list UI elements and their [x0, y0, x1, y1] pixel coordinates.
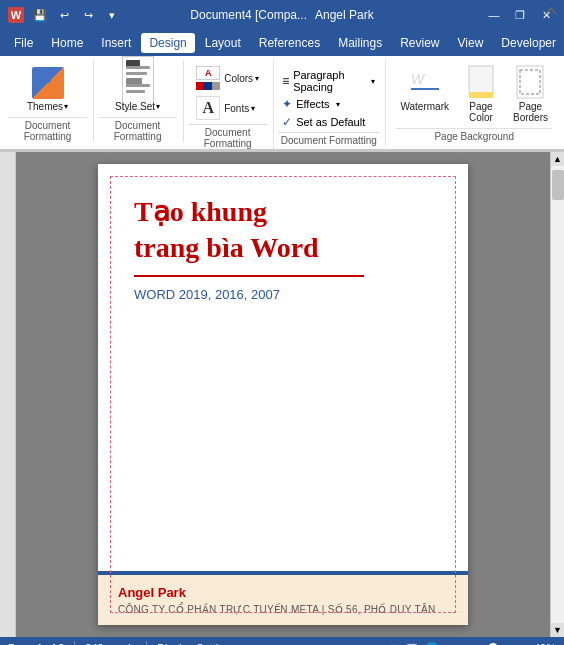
fonts-button[interactable]: A Fonts ▾ — [192, 94, 262, 122]
page-borders-label: Page — [519, 101, 542, 112]
menu-bar: File Home Insert Design Layout Reference… — [0, 30, 564, 56]
document-page: Tạo khung trang bìa Word WORD 2019, 2016… — [98, 164, 468, 625]
page-color-button[interactable]: Page Color — [461, 64, 501, 126]
fonts-dropdown-icon: ▾ — [251, 104, 255, 113]
undo-button[interactable]: ↩ — [54, 6, 74, 24]
menu-file[interactable]: File — [6, 33, 41, 53]
page-borders-icon — [514, 67, 546, 99]
watermark-label: Watermark — [400, 101, 449, 112]
quick-access-toolbar: 💾 ↩ ↪ ▾ — [30, 6, 122, 24]
fonts-label: Fonts — [224, 103, 249, 114]
status-left: Page 1 of 3 249 words Display Settings — [8, 641, 236, 645]
doc-formatting-label2: Document Formatting — [98, 117, 177, 142]
document-title: Tạo khung trang bìa Word — [134, 194, 432, 267]
themes-group: Themes ▾ Document Formatting — [6, 60, 94, 142]
doc-formatting-label3: Document Formatting — [188, 124, 267, 149]
menu-references[interactable]: References — [251, 33, 328, 53]
colors-label: Colors — [224, 73, 253, 84]
minimize-button[interactable]: — — [484, 6, 504, 24]
checkmark-icon: ✓ — [282, 115, 292, 129]
paragraph-spacing-icon: ≡ — [282, 74, 289, 88]
ribbon-collapse-button[interactable] — [544, 4, 558, 21]
layout-web-icon[interactable]: 🌐 — [425, 642, 439, 646]
save-button[interactable]: 💾 — [30, 6, 50, 24]
main-area: Tạo khung trang bìa Word WORD 2019, 2016… — [0, 152, 564, 637]
quick-access-more-button[interactable]: ▾ — [102, 6, 122, 24]
status-right: ⊞ 📖 🌐 — + 49% — [390, 642, 556, 646]
menu-view[interactable]: View — [450, 33, 492, 53]
footer-name: Angel Park — [118, 585, 448, 600]
style-set-dropdown-icon: ▾ — [156, 102, 160, 111]
status-divider2 — [146, 641, 147, 645]
style-set-button[interactable]: Style Set ▾ — [110, 64, 166, 115]
page-background-group: W Watermark — [388, 60, 558, 142]
document-footer: Angel Park CÔNG TY CỔ PHẦN TRỰC TUYẾN ME… — [98, 571, 468, 625]
document-area: Tạo khung trang bìa Word WORD 2019, 2016… — [0, 152, 564, 637]
effects-dropdown-icon: ▾ — [336, 100, 340, 109]
themes-icon — [32, 67, 64, 99]
layout-read-icon[interactable]: 📖 — [405, 642, 419, 646]
menu-developer[interactable]: Developer — [493, 33, 564, 53]
scroll-up-button[interactable]: ▲ — [551, 152, 565, 166]
document-subtitle: WORD 2019, 2016, 2007 — [134, 287, 432, 302]
menu-review[interactable]: Review — [392, 33, 447, 53]
svg-rect-3 — [469, 92, 493, 98]
colors-dropdown-icon: ▾ — [255, 74, 259, 83]
set-as-default-button[interactable]: ✓ Set as Default — [278, 114, 379, 130]
svg-rect-5 — [520, 70, 540, 94]
paragraph-spacing-dropdown-icon: ▾ — [371, 77, 375, 86]
colors-fonts-group: A Colors ▾ A — [186, 60, 274, 149]
themes-button[interactable]: Themes ▾ — [23, 64, 72, 115]
scroll-area[interactable]: Tạo khung trang bìa Word WORD 2019, 2016… — [16, 152, 550, 637]
redo-button[interactable]: ↪ — [78, 6, 98, 24]
status-divider1 — [74, 641, 75, 645]
maximize-button[interactable]: ❐ — [510, 6, 530, 24]
effects-button[interactable]: ✦ Effects ▾ — [278, 96, 379, 112]
scroll-track[interactable] — [551, 166, 565, 623]
page-color-label: Page — [469, 101, 492, 112]
scroll-thumb[interactable] — [552, 170, 564, 200]
svg-rect-1 — [411, 88, 439, 90]
scroll-down-button[interactable]: ▼ — [551, 623, 565, 637]
user-name: Angel Park — [315, 8, 374, 22]
paragraph-spacing-label: Paragraph Spacing — [293, 69, 365, 93]
svg-rect-4 — [517, 66, 543, 98]
menu-home[interactable]: Home — [43, 33, 91, 53]
menu-insert[interactable]: Insert — [93, 33, 139, 53]
style-set-icon — [122, 67, 154, 99]
set-as-default-label: Set as Default — [296, 116, 365, 128]
themes-dropdown-icon: ▾ — [64, 102, 68, 111]
page-spacer — [134, 322, 432, 571]
ribbon-content: Themes ▾ Document Formatting — [0, 56, 564, 150]
layout-normal-icon[interactable]: ⊞ — [390, 642, 399, 646]
menu-mailings[interactable]: Mailings — [330, 33, 390, 53]
status-bar: Page 1 of 3 249 words Display Settings ⊞… — [0, 637, 564, 645]
themes-label: Themes — [27, 101, 63, 112]
title-line2: trang bìa Word — [134, 230, 432, 266]
doc-formatting-label4: Document Formatting — [278, 132, 379, 146]
title-underline — [134, 275, 364, 277]
vertical-scrollbar[interactable]: ▲ ▼ — [550, 152, 564, 637]
paragraph-spacing-button[interactable]: ≡ Paragraph Spacing ▾ — [278, 68, 379, 94]
page-borders-button[interactable]: Page Borders — [509, 64, 552, 126]
page-borders-label2: Borders — [513, 112, 548, 123]
menu-layout[interactable]: Layout — [197, 33, 249, 53]
page-color-icon — [465, 67, 497, 99]
svg-text:W: W — [411, 71, 426, 87]
watermark-button[interactable]: W Watermark — [396, 64, 453, 115]
effects-group: ≡ Paragraph Spacing ▾ ✦ Effects ▾ ✓ Set … — [276, 60, 386, 146]
menu-design[interactable]: Design — [141, 33, 194, 53]
effects-label: Effects — [296, 98, 329, 110]
title-bar: W 💾 ↩ ↪ ▾ Document4 [Compa... Angel Park… — [0, 0, 564, 30]
colors-button[interactable]: A Colors ▾ — [192, 64, 263, 92]
footer-company: CÔNG TY CỔ PHẦN TRỰC TUYẾN META | SỐ 56,… — [118, 604, 448, 615]
page-content: Tạo khung trang bìa Word WORD 2019, 2016… — [98, 164, 468, 625]
colors-icon: A — [196, 66, 220, 90]
ribbon: Themes ▾ Document Formatting — [0, 56, 564, 152]
vertical-ruler — [0, 152, 16, 637]
document-title: Document4 [Compa... — [190, 8, 307, 22]
svg-rect-2 — [469, 66, 493, 94]
style-set-group: Style Set ▾ Document Formatting — [96, 60, 184, 142]
doc-formatting-label: Document Formatting — [8, 117, 87, 142]
page-background-label: Page Background — [396, 128, 552, 142]
